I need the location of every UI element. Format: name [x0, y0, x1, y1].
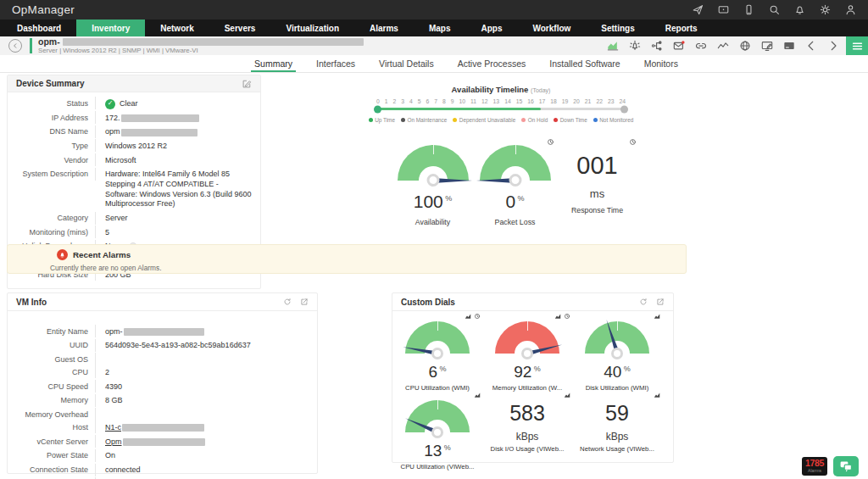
tab-summary[interactable]: Summary: [242, 55, 304, 72]
gear-icon[interactable]: [820, 4, 831, 15]
field-value: Opm: [96, 435, 205, 449]
console-icon[interactable]: [783, 40, 795, 52]
alarm-settings-icon[interactable]: [629, 40, 641, 52]
device-menu-button[interactable]: [846, 36, 868, 55]
metric-card-cpu-utilization-viweb: 13 %CPU Utilization (VIWeb...: [392, 392, 482, 471]
nav-item-inventory[interactable]: Inventory: [76, 19, 145, 36]
nav-item-workflow[interactable]: Workflow: [517, 19, 586, 36]
nav-item-dashboard[interactable]: Dashboard: [2, 19, 76, 36]
tab-interfaces[interactable]: Interfaces: [304, 55, 367, 72]
history-icon[interactable]: [547, 138, 554, 146]
tab-monitors[interactable]: Monitors: [632, 55, 690, 72]
metric-gauges: 100 %Availability0 %Packet Loss001msResp…: [392, 138, 646, 226]
timeline-tick: 24: [619, 98, 626, 104]
device-status-bar: [30, 38, 32, 53]
field-link[interactable]: N1-c: [105, 423, 121, 433]
timeline-tick: 10: [459, 98, 466, 104]
metric-corner-icons: [465, 313, 481, 320]
dependency-icon[interactable]: [651, 40, 663, 52]
tab-installed-software[interactable]: Installed Software: [537, 55, 632, 72]
chart-icon[interactable]: [465, 313, 471, 320]
link-icon[interactable]: [695, 40, 707, 52]
device-subtitle: Server | Windows 2012 R2 | SNMP | WMI | …: [38, 47, 364, 54]
legend-dot: [401, 118, 405, 122]
field-label: Monitoring (mins): [8, 226, 96, 238]
gauge-hub: [611, 348, 623, 359]
redacted-value: [123, 438, 205, 446]
chat-button[interactable]: [833, 456, 859, 476]
custom-dials-actions: [639, 298, 665, 306]
field-value: [96, 408, 105, 412]
timeline-track[interactable]: [376, 108, 626, 110]
globe-icon[interactable]: [739, 40, 751, 52]
history-icon[interactable]: [474, 313, 481, 320]
chevron-left-circle-icon: [11, 42, 19, 50]
nav-item-maps[interactable]: Maps: [414, 19, 466, 36]
search-icon[interactable]: [769, 4, 780, 15]
chart-icon[interactable]: [554, 313, 561, 320]
edit-icon[interactable]: [242, 79, 252, 89]
tab-virtual-details[interactable]: Virtual Details: [367, 55, 446, 72]
metric-value: 001: [556, 152, 638, 180]
nav-item-apps[interactable]: Apps: [465, 19, 517, 36]
metric-card-network-usage-viweb: 59kBpsNetwork Usage (VIWeb...: [572, 392, 662, 471]
gauge-hub: [431, 348, 443, 359]
field-link[interactable]: Opm: [105, 437, 122, 448]
app-title: OpManager: [12, 3, 75, 16]
phone-icon[interactable]: [743, 4, 754, 15]
nav-item-network[interactable]: Network: [145, 19, 209, 36]
popout-icon[interactable]: [300, 298, 309, 306]
field-value: Microsoft: [96, 153, 136, 168]
alarms-count-badge[interactable]: 1785 Alarms: [802, 457, 827, 476]
timeline-tick: 13: [493, 98, 500, 104]
field-value: opm: [96, 125, 198, 140]
chevron-left-icon[interactable]: [805, 40, 817, 52]
gauge-availability: [398, 145, 469, 181]
metric-value: 6 %: [392, 363, 482, 382]
metric-value: 59: [572, 401, 662, 426]
chart-icon[interactable]: [654, 313, 660, 320]
chart-icon[interactable]: [564, 392, 570, 398]
field-label: Memory: [8, 394, 96, 407]
field-row: DNS Nameopm: [8, 125, 260, 140]
timeline-tick: 5: [418, 98, 421, 104]
chevron-right-icon[interactable]: [827, 40, 839, 52]
alarm-bell-icon: [58, 251, 66, 259]
metric-card-packet-loss: 0 %Packet Loss: [474, 138, 556, 226]
metric-card-availability: 100 %Availability: [392, 138, 474, 226]
metric-corner-icons: [654, 392, 660, 398]
field-value: 172.: [96, 111, 199, 125]
screen-icon[interactable]: [718, 4, 729, 15]
performance-chart-icon[interactable]: [607, 40, 619, 52]
field-label: Connection State: [8, 464, 96, 476]
refresh-icon[interactable]: [639, 298, 648, 306]
user-icon[interactable]: [845, 4, 856, 15]
sparkline-icon[interactable]: [717, 40, 729, 52]
timeline-tick: 22: [596, 98, 603, 104]
field-value: Hardware: Intel64 Family 6 Model 85 Step…: [96, 168, 252, 212]
device-header: opm- Server | Windows 2012 R2 | SNMP | W…: [0, 36, 868, 55]
field-label: IP Address: [8, 111, 96, 124]
timeline-tick: 14: [504, 98, 511, 104]
mail-icon[interactable]: [673, 40, 685, 52]
history-icon[interactable]: [564, 313, 570, 320]
rocket-icon[interactable]: [693, 4, 704, 15]
nav-item-settings[interactable]: Settings: [586, 19, 649, 36]
back-button[interactable]: [8, 39, 22, 53]
monitor-edit-icon[interactable]: [761, 40, 773, 52]
nav-item-virtualization[interactable]: Virtualization: [270, 19, 354, 36]
nav-item-alarms[interactable]: Alarms: [354, 19, 414, 36]
history-icon[interactable]: [629, 138, 637, 146]
tab-active-processes[interactable]: Active Processes: [446, 55, 538, 72]
bell-icon[interactable]: [794, 4, 805, 15]
chart-icon[interactable]: [654, 392, 660, 398]
chart-icon[interactable]: [474, 392, 481, 398]
nav-item-servers[interactable]: Servers: [209, 19, 271, 36]
popout-icon[interactable]: [656, 298, 665, 306]
nav-item-reports[interactable]: Reports: [650, 19, 713, 36]
timeline-tick: 4: [409, 98, 413, 104]
refresh-icon[interactable]: [283, 298, 292, 306]
field-row: Monitoring (mins)5: [8, 226, 260, 240]
timeline-tick: 19: [562, 98, 569, 104]
field-value: 8 GB: [96, 394, 123, 409]
